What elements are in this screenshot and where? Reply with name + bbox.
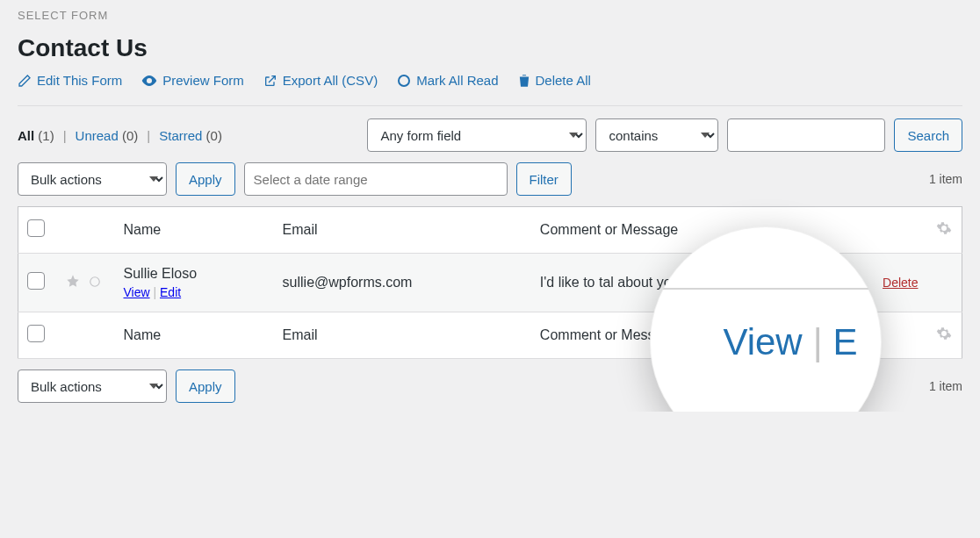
filter-unread-count: (0) xyxy=(122,128,138,143)
page-title: Contact Us xyxy=(18,34,962,62)
svg-point-1 xyxy=(90,277,100,287)
lens-divider xyxy=(650,288,882,290)
row-name: Sullie Eloso xyxy=(124,266,265,282)
search-button[interactable]: Search xyxy=(894,118,962,152)
lens-content: View|E xyxy=(723,321,857,363)
apply-button[interactable]: Apply xyxy=(176,162,235,196)
condition-select[interactable]: contains xyxy=(595,118,718,152)
mark-read-label: Mark All Read xyxy=(416,73,498,88)
filter-starred-count: (0) xyxy=(206,128,222,143)
select-all-checkbox-footer[interactable] xyxy=(27,325,45,342)
circle-outline-icon xyxy=(397,74,411,88)
gear-icon[interactable] xyxy=(936,224,952,239)
gear-icon-footer[interactable] xyxy=(936,329,952,344)
preview-form-link[interactable]: Preview Form xyxy=(141,73,244,88)
col-email-footer[interactable]: Email xyxy=(274,312,531,359)
col-name[interactable]: Name xyxy=(115,207,274,254)
edit-form-link[interactable]: Edit This Form xyxy=(18,73,122,88)
col-email[interactable]: Email xyxy=(274,207,531,254)
date-range-input[interactable] xyxy=(244,162,508,196)
delete-all-link[interactable]: Delete All xyxy=(518,73,591,88)
divider xyxy=(18,105,962,106)
filter-all-count: (1) xyxy=(38,128,54,143)
separator: | xyxy=(147,128,150,143)
separator: | xyxy=(63,128,67,143)
filter-starred[interactable]: Starred (0) xyxy=(159,128,222,143)
row-actions: View | Edit xyxy=(124,285,265,299)
select-all-checkbox[interactable] xyxy=(27,219,45,237)
preview-form-label: Preview Form xyxy=(162,73,244,88)
filter-all-label: All xyxy=(18,128,34,143)
export-icon xyxy=(263,74,277,88)
read-status-icon[interactable] xyxy=(89,276,101,291)
delete-all-label: Delete All xyxy=(536,73,591,88)
status-filters: All (1) | Unread (0) | Starred (0) xyxy=(18,128,222,143)
filter-starred-label: Starred xyxy=(159,128,202,143)
filter-button[interactable]: Filter xyxy=(516,162,572,196)
row-delete-link[interactable]: Delete xyxy=(883,276,918,290)
field-select[interactable]: Any form field xyxy=(367,118,587,152)
item-count-bottom: 1 item xyxy=(929,379,962,393)
svg-point-0 xyxy=(399,75,409,86)
export-label: Export All (CSV) xyxy=(283,73,378,88)
row-checkbox[interactable] xyxy=(27,272,45,290)
bulk-actions-select[interactable]: Bulk actions xyxy=(18,162,167,196)
filter-all[interactable]: All (1) xyxy=(18,128,54,143)
lens-view-text: View xyxy=(723,321,802,362)
lens-edit-initial: E xyxy=(833,321,858,362)
filter-row: Bulk actions Apply Filter 1 item xyxy=(18,162,962,196)
export-link[interactable]: Export All (CSV) xyxy=(263,73,378,88)
eye-icon xyxy=(141,75,157,87)
bulk-actions-select-bottom[interactable]: Bulk actions xyxy=(18,369,167,403)
form-action-links: Edit This Form Preview Form Export All (… xyxy=(18,73,962,88)
star-icon[interactable] xyxy=(66,276,80,291)
pencil-icon xyxy=(18,74,32,88)
search-row: All (1) | Unread (0) | Starred (0) Any f… xyxy=(18,118,962,152)
mark-read-link[interactable]: Mark All Read xyxy=(397,73,498,88)
select-form-label: SELECT FORM xyxy=(18,9,962,22)
row-view-link[interactable]: View xyxy=(124,285,150,299)
col-name-footer[interactable]: Name xyxy=(115,312,274,359)
filter-unread[interactable]: Unread (0) xyxy=(76,128,139,143)
item-count-top: 1 item xyxy=(929,172,962,186)
row-edit-link[interactable]: Edit xyxy=(160,285,181,299)
search-input[interactable] xyxy=(727,118,885,152)
apply-button-bottom[interactable]: Apply xyxy=(176,369,235,403)
filter-unread-label: Unread xyxy=(76,128,119,143)
edit-form-label: Edit This Form xyxy=(37,73,122,88)
trash-icon xyxy=(518,74,530,88)
row-email: sullie@wpforms.com xyxy=(274,254,531,312)
